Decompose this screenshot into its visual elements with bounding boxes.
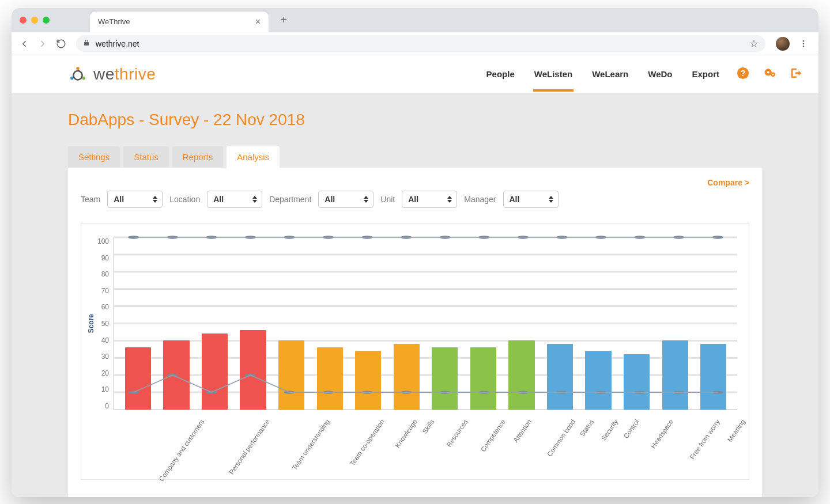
main-nav: PeopleWeListenWeLearnWeDoExport [485,56,720,92]
svg-marker-18 [364,200,368,203]
address-bar[interactable]: wethrive.net ☆ [76,35,765,52]
url-text: wethrive.net [96,39,749,48]
svg-point-2 [803,46,805,47]
svg-text:?: ? [741,69,745,78]
filter-select-team[interactable]: All [107,191,163,208]
reload-button[interactable] [52,35,70,53]
svg-point-12 [772,74,774,75]
help-icon[interactable]: ? [737,67,749,81]
svg-point-10 [767,71,769,74]
lock-icon [83,39,90,48]
svg-marker-20 [447,200,452,203]
caret-icon [549,196,553,203]
site-header: wethrive PeopleWeListenWeLearnWeDoExport… [12,55,818,93]
caret-icon [447,196,452,203]
ytick: 90 [101,254,109,262]
svg-marker-21 [549,196,553,199]
xlabel: Company and customers [123,416,197,473]
svg-marker-19 [447,196,452,199]
browser-chrome: WeThrive × + wethrive.net ☆ [12,8,818,55]
chart-plot-area [114,237,737,410]
ytick: 30 [101,353,109,361]
logo-mark-icon [68,65,88,84]
tab-status[interactable]: Status [123,146,169,168]
filter-select-location[interactable]: All [207,191,262,208]
compare-link[interactable]: Compare > [707,178,749,187]
tab-settings[interactable]: Settings [68,146,120,168]
chart-overlay-lines [114,237,737,410]
analysis-panel: Compare > TeamAllLocationAllDepartmentAl… [68,168,762,497]
svg-point-6 [82,77,85,79]
svg-marker-22 [549,200,553,203]
score-chart: Score 1009080706050403020100 Company and… [81,223,749,480]
browser-tab[interactable]: WeThrive × [90,12,269,32]
logo-text: wethrive [93,65,156,84]
ytick: 10 [101,385,109,393]
tab-close-icon[interactable]: × [255,17,261,27]
svg-marker-14 [153,200,157,203]
svg-marker-13 [153,196,157,199]
minimize-window-button[interactable] [31,17,38,24]
nav-link-welearn[interactable]: WeLearn [591,56,629,92]
tab-analysis[interactable]: Analysis [227,146,280,168]
nav-link-wedo[interactable]: WeDo [647,56,673,92]
svg-marker-16 [252,200,257,203]
filter-label-department: Department [269,195,311,204]
chart-y-ticks: 1009080706050403020100 [97,237,114,410]
tab-reports[interactable]: Reports [172,146,224,168]
svg-marker-15 [252,196,257,199]
caret-icon [364,196,368,203]
logo[interactable]: wethrive [68,65,156,84]
bookmark-icon[interactable]: ☆ [749,37,759,50]
svg-point-1 [803,43,805,44]
page-body: wethrive PeopleWeListenWeLearnWeDoExport… [12,55,818,497]
settings-icon[interactable] [762,67,777,81]
close-window-button[interactable] [20,17,27,24]
nav-link-people[interactable]: People [485,56,516,92]
ytick: 50 [101,320,109,328]
forward-button[interactable] [33,35,52,53]
filter-label-team: Team [81,195,100,204]
ytick: 20 [101,369,109,377]
caret-icon [153,196,157,203]
svg-point-4 [76,67,79,70]
tab-title: WeThrive [98,17,255,26]
nav-utility-icons: ? [737,67,802,81]
window-controls [20,17,50,24]
ytick: 0 [105,402,109,410]
ytick: 100 [97,237,109,245]
ytick: 70 [101,287,109,295]
survey-tabs: SettingsStatusReportsAnalysis [68,146,762,168]
svg-marker-17 [364,196,368,199]
tabstrip: WeThrive × + [12,8,818,32]
nav-link-export[interactable]: Export [691,56,720,92]
caret-icon [252,196,257,203]
back-button[interactable] [15,35,33,53]
ytick: 60 [101,303,109,311]
filter-label-manager: Manager [464,195,496,204]
browser-window: WeThrive × + wethrive.net ☆ [12,8,818,497]
profile-avatar[interactable] [776,37,790,51]
filter-label-location: Location [169,195,200,204]
svg-point-5 [70,77,73,79]
filter-bar: TeamAllLocationAllDepartmentAllUnitAllMa… [81,191,749,208]
ytick: 40 [101,336,109,344]
browser-toolbar: wethrive.net ☆ [12,32,818,55]
filter-select-unit[interactable]: All [402,191,457,208]
chart-x-labels: Company and customersPersonal performanc… [87,416,737,473]
ytick: 80 [101,270,109,278]
new-tab-button[interactable]: + [276,12,292,28]
svg-point-3 [73,71,82,79]
content-area: DabApps - Survey - 22 Nov 2018 SettingsS… [12,93,818,497]
filter-select-department[interactable]: All [318,191,373,208]
logout-icon[interactable] [790,67,802,81]
browser-menu-button[interactable] [794,35,813,53]
page-title: DabApps - Survey - 22 Nov 2018 [68,111,762,129]
chart-y-axis-label: Score [87,314,95,333]
svg-point-0 [803,40,805,42]
nav-link-welisten[interactable]: WeListen [533,56,574,92]
filter-select-manager[interactable]: All [503,191,559,208]
maximize-window-button[interactable] [43,17,50,24]
filter-label-unit: Unit [380,195,395,204]
compare-row: Compare > [81,178,749,187]
